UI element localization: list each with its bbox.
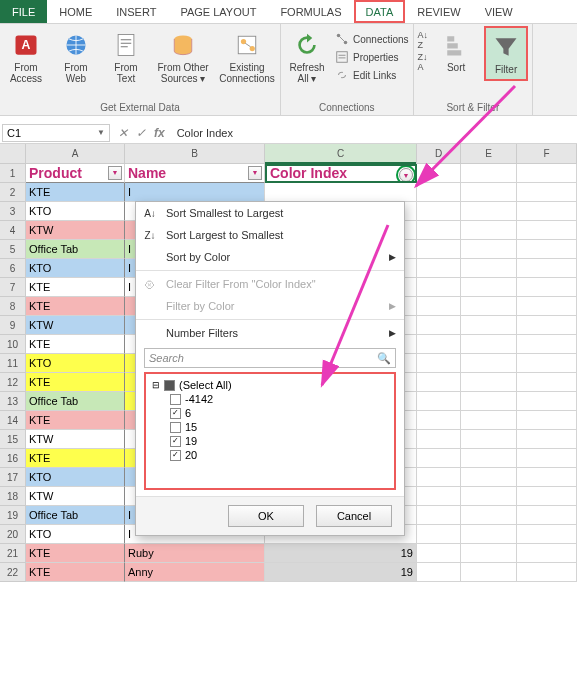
col-header-d[interactable]: D — [417, 144, 461, 164]
cell[interactable] — [461, 335, 517, 354]
cell[interactable] — [461, 183, 517, 202]
cell[interactable] — [417, 373, 461, 392]
sort-asc-item[interactable]: A↓Sort Smallest to Largest — [136, 202, 404, 224]
properties-button[interactable]: Properties — [335, 50, 409, 64]
cell[interactable] — [517, 221, 577, 240]
row-header[interactable]: 19 — [0, 506, 26, 525]
cell[interactable] — [517, 202, 577, 221]
row-header[interactable]: 3 — [0, 202, 26, 221]
cell[interactable] — [417, 411, 461, 430]
cell[interactable]: KTW — [26, 221, 125, 240]
tab-page-layout[interactable]: PAGE LAYOUT — [168, 0, 268, 23]
confirm-formula-icon[interactable]: ✓ — [136, 126, 146, 140]
cell[interactable] — [517, 259, 577, 278]
tab-review[interactable]: REVIEW — [405, 0, 472, 23]
cell[interactable] — [517, 373, 577, 392]
cell[interactable] — [517, 392, 577, 411]
cell[interactable] — [417, 354, 461, 373]
cancel-button[interactable]: Cancel — [316, 505, 392, 527]
cell[interactable] — [417, 563, 461, 582]
cancel-formula-icon[interactable]: ✕ — [118, 126, 128, 140]
cell[interactable] — [461, 449, 517, 468]
cell[interactable]: I — [125, 183, 265, 202]
cell[interactable]: KTE — [26, 373, 125, 392]
tab-view[interactable]: VIEW — [473, 0, 525, 23]
header-cell-product[interactable]: Product▼ — [26, 164, 125, 183]
filter-arrow-icon[interactable]: ▼ — [248, 166, 262, 180]
cell[interactable] — [461, 259, 517, 278]
cell[interactable] — [461, 297, 517, 316]
header-cell-color-index[interactable]: Color Index▼ — [265, 164, 417, 183]
cell[interactable]: Anny — [125, 563, 265, 582]
row-header[interactable]: 8 — [0, 297, 26, 316]
col-header-c[interactable]: C — [265, 144, 417, 164]
cell[interactable]: KTE — [26, 544, 125, 563]
filter-value-checkbox[interactable]: 20 — [152, 448, 388, 462]
cell[interactable] — [517, 335, 577, 354]
cell[interactable] — [517, 468, 577, 487]
col-header-b[interactable]: B — [125, 144, 265, 164]
row-header[interactable]: 10 — [0, 335, 26, 354]
row-header[interactable]: 14 — [0, 411, 26, 430]
cell[interactable]: Office Tab — [26, 506, 125, 525]
cell[interactable] — [417, 544, 461, 563]
cell[interactable] — [517, 164, 577, 183]
cell[interactable] — [517, 525, 577, 544]
row-header[interactable]: 1 — [0, 164, 26, 183]
cell[interactable] — [517, 506, 577, 525]
cell[interactable] — [417, 221, 461, 240]
cell[interactable]: KTO — [26, 468, 125, 487]
row-header[interactable]: 6 — [0, 259, 26, 278]
from-other-button[interactable]: From Other Sources ▾ — [154, 26, 212, 84]
number-filters-item[interactable]: Number Filters▶ — [136, 322, 404, 344]
cell[interactable] — [417, 183, 461, 202]
row-header[interactable]: 20 — [0, 525, 26, 544]
row-header[interactable]: 11 — [0, 354, 26, 373]
cell[interactable] — [265, 183, 417, 202]
ok-button[interactable]: OK — [228, 505, 304, 527]
cell[interactable]: Office Tab — [26, 392, 125, 411]
cell[interactable] — [417, 430, 461, 449]
cell[interactable] — [417, 525, 461, 544]
cell[interactable] — [461, 563, 517, 582]
row-header[interactable]: 9 — [0, 316, 26, 335]
cell[interactable]: 19 — [265, 544, 417, 563]
col-header-e[interactable]: E — [461, 144, 517, 164]
cell[interactable] — [461, 392, 517, 411]
cell[interactable]: KTO — [26, 525, 125, 544]
cell[interactable]: KTE — [26, 411, 125, 430]
cell[interactable] — [417, 506, 461, 525]
cell[interactable] — [461, 468, 517, 487]
cell[interactable] — [461, 316, 517, 335]
row-header[interactable]: 2 — [0, 183, 26, 202]
cell[interactable] — [461, 430, 517, 449]
cell[interactable] — [461, 411, 517, 430]
tab-data[interactable]: DATA — [354, 0, 406, 23]
filter-arrow-icon[interactable]: ▼ — [108, 166, 122, 180]
cell[interactable]: Ruby — [125, 544, 265, 563]
tab-home[interactable]: HOME — [47, 0, 104, 23]
cell[interactable] — [461, 544, 517, 563]
formula-bar[interactable]: Color Index — [171, 127, 577, 139]
row-header[interactable]: 22 — [0, 563, 26, 582]
cell[interactable]: KTW — [26, 487, 125, 506]
sort-desc-item[interactable]: Z↓Sort Largest to Smallest — [136, 224, 404, 246]
cell[interactable]: KTE — [26, 278, 125, 297]
cell[interactable] — [461, 506, 517, 525]
filter-value-checkbox[interactable]: 6 — [152, 406, 388, 420]
row-header[interactable]: 4 — [0, 221, 26, 240]
chevron-down-icon[interactable]: ▼ — [97, 128, 105, 137]
cell[interactable] — [461, 278, 517, 297]
cell[interactable]: 19 — [265, 563, 417, 582]
cell[interactable] — [461, 221, 517, 240]
cell[interactable]: KTE — [26, 183, 125, 202]
cell[interactable]: KTE — [26, 297, 125, 316]
cell[interactable] — [461, 354, 517, 373]
cell[interactable] — [461, 525, 517, 544]
sort-desc-small[interactable]: Z↓A — [418, 52, 429, 72]
row-header[interactable]: 5 — [0, 240, 26, 259]
name-box[interactable]: C1▼ — [2, 124, 110, 142]
tab-file[interactable]: FILE — [0, 0, 47, 23]
row-header[interactable]: 16 — [0, 449, 26, 468]
select-all-checkbox[interactable]: ⊟(Select All) — [152, 378, 388, 392]
